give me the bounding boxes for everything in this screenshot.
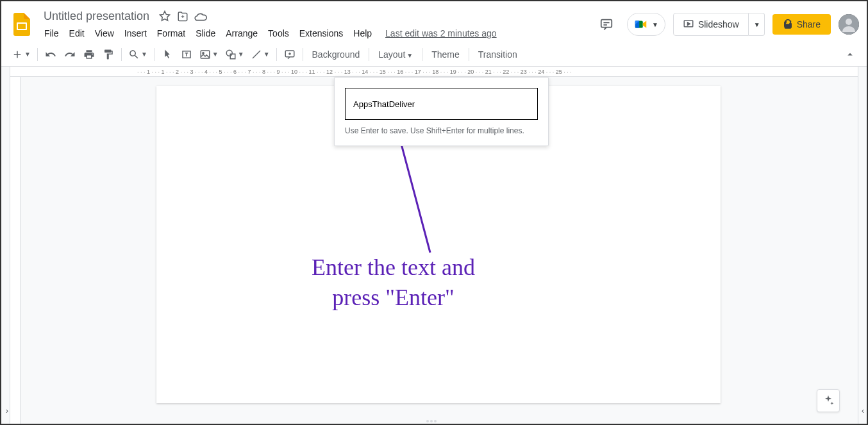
new-slide-button[interactable]: ▼: [9, 46, 33, 63]
menu-help[interactable]: Help: [349, 26, 376, 41]
header-actions: ▼ Slideshow ▼ Share: [594, 12, 859, 37]
svg-point-9: [846, 19, 852, 25]
print-button[interactable]: [80, 46, 98, 63]
zoom-button[interactable]: ▼: [126, 46, 150, 63]
move-icon[interactable]: [176, 10, 189, 22]
star-icon[interactable]: [158, 10, 171, 22]
explore-button[interactable]: [817, 389, 840, 412]
slides-logo[interactable]: [9, 12, 35, 37]
menu-extensions[interactable]: Extensions: [295, 26, 347, 41]
svg-point-13: [226, 50, 232, 56]
account-avatar[interactable]: [839, 14, 859, 35]
textbox-tool[interactable]: [178, 46, 196, 63]
select-tool[interactable]: [158, 46, 176, 63]
collapse-toolbar-button[interactable]: [841, 46, 859, 63]
layout-button[interactable]: Layout▼: [373, 47, 418, 62]
menu-insert[interactable]: Insert: [120, 26, 151, 41]
meet-button[interactable]: ▼: [627, 13, 665, 36]
svg-point-12: [203, 52, 204, 53]
right-side-panel: ‹: [858, 67, 867, 424]
paint-format-button[interactable]: [99, 46, 117, 63]
vertical-ruler[interactable]: [10, 77, 21, 424]
chevron-down-icon: ▼: [652, 21, 658, 28]
menu-edit[interactable]: Edit: [65, 26, 89, 41]
slideshow-button[interactable]: Slideshow: [673, 13, 749, 36]
workspace: › · · · 1 · · · 1 · · · 2 · · · 3 · · · …: [1, 67, 867, 424]
annotation-text: Enter the text andpress "Enter": [312, 253, 475, 313]
cloud-status-icon[interactable]: [194, 10, 207, 22]
share-label: Share: [797, 19, 821, 29]
svg-rect-7: [784, 24, 791, 28]
title-area: Untitled presentation File Edit View Ins…: [40, 8, 594, 41]
menu-slide[interactable]: Slide: [191, 26, 220, 41]
chevron-down-icon: ▼: [754, 21, 760, 28]
redo-button[interactable]: [61, 46, 79, 63]
shape-tool[interactable]: ▼: [222, 46, 247, 63]
comment-tool[interactable]: [281, 46, 299, 63]
svg-rect-14: [230, 54, 235, 59]
comment-input[interactable]: [345, 88, 538, 120]
svg-rect-1: [18, 24, 26, 29]
right-panel-expand-button[interactable]: ‹: [858, 404, 867, 417]
svg-rect-2: [601, 20, 612, 28]
comments-history-icon[interactable]: [594, 12, 619, 37]
menu-tools[interactable]: Tools: [263, 26, 294, 41]
speaker-notes-handle[interactable]: [426, 420, 442, 422]
toolbar: ▼ ▼ ▼ ▼ ▼ Background Layout▼ Theme Trans…: [1, 42, 867, 67]
horizontal-ruler[interactable]: · · · 1 · · · 1 · · · 2 · · · 3 · · · 4 …: [10, 67, 858, 77]
comment-hint-text: Use Enter to save. Use Shift+Enter for m…: [345, 126, 538, 135]
canvas-area[interactable]: · · · 1 · · · 1 · · · 2 · · · 3 · · · 4 …: [10, 67, 858, 424]
undo-button[interactable]: [42, 46, 60, 63]
menu-view[interactable]: View: [90, 26, 119, 41]
image-tool[interactable]: ▼: [197, 46, 221, 63]
menu-arrange[interactable]: Arrange: [221, 26, 262, 41]
slideshow-label: Slideshow: [698, 19, 739, 29]
document-title[interactable]: Untitled presentation: [40, 8, 153, 24]
slideshow-dropdown[interactable]: ▼: [749, 13, 765, 36]
line-tool[interactable]: ▼: [248, 46, 272, 63]
comment-popup: Use Enter to save. Use Shift+Enter for m…: [334, 77, 549, 146]
menu-format[interactable]: Format: [153, 26, 190, 41]
menu-file[interactable]: File: [40, 26, 63, 41]
background-button[interactable]: Background: [307, 47, 365, 62]
filmstrip-panel: ›: [1, 67, 10, 424]
last-edit-link[interactable]: Last edit was 2 minutes ago: [385, 28, 497, 38]
transition-button[interactable]: Transition: [473, 47, 522, 62]
header-bar: Untitled presentation File Edit View Ins…: [1, 1, 867, 42]
theme-button[interactable]: Theme: [426, 47, 465, 62]
menubar: File Edit View Insert Format Slide Arran…: [40, 26, 594, 41]
share-button[interactable]: Share: [772, 14, 831, 35]
